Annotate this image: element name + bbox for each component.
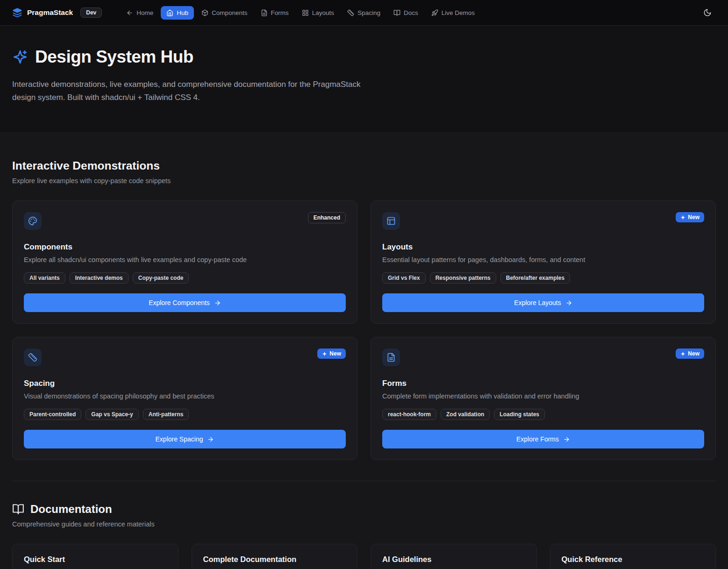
arrow-right-icon xyxy=(565,299,572,306)
ruler-icon xyxy=(347,9,354,16)
button-label: Explore Forms xyxy=(516,435,559,443)
layout-grid-icon xyxy=(302,9,309,16)
tag: Anti-patterns xyxy=(143,409,189,420)
layout-icon xyxy=(382,212,400,230)
palette-icon xyxy=(24,212,42,230)
main-content: Interactive Demonstrations Explore live … xyxy=(0,133,728,569)
button-label: Explore Components xyxy=(149,299,210,306)
doc-card-title: Quick Start xyxy=(24,555,167,564)
nav-item-docs[interactable]: Docs xyxy=(388,6,424,20)
nav-label: Docs xyxy=(404,9,418,16)
sparkle-icon xyxy=(680,351,685,356)
doc-card-quick-reference[interactable]: Quick Reference Cheat sheet for lookups xyxy=(550,544,716,569)
nav-item-home[interactable]: Home xyxy=(121,6,159,20)
moon-icon xyxy=(703,8,712,17)
tag: All variants xyxy=(24,272,65,284)
tag: Parent-controlled xyxy=(24,409,81,420)
doc-card-ai-guidelines[interactable]: AI Guidelines Rules for AI code generati… xyxy=(371,544,537,569)
tag: Gap vs Space-y xyxy=(86,409,138,420)
tag: Zod validation xyxy=(441,409,490,420)
arrow-right-icon xyxy=(563,436,570,443)
button-label: Explore Spacing xyxy=(156,435,203,443)
nav-label: Layouts xyxy=(312,9,334,16)
main-nav: Home Hub Components Forms Layouts xyxy=(121,6,480,20)
demos-title: Interactive Demonstrations xyxy=(12,159,716,172)
page-subtitle: Interactive demonstrations, live example… xyxy=(12,78,370,104)
badge-label: New xyxy=(688,214,699,220)
new-badge: New xyxy=(676,349,704,359)
demo-card-grid: Enhanced Components Explore all shadcn/u… xyxy=(12,200,716,460)
card-title: Components xyxy=(24,242,346,252)
brand-name: PragmaStack xyxy=(27,8,73,17)
docs-card-grid: Quick Start 5-minute crash course Comple… xyxy=(12,544,716,569)
file-text-icon xyxy=(382,349,400,366)
demos-subtitle: Explore live examples with copy-paste co… xyxy=(12,177,716,185)
explore-layouts-button[interactable]: Explore Layouts xyxy=(382,293,704,312)
demos-section: Interactive Demonstrations Explore live … xyxy=(12,133,716,460)
book-open-icon xyxy=(393,9,400,16)
sparkle-icon xyxy=(322,351,327,356)
tag: Loading states xyxy=(494,409,545,420)
arrow-left-icon xyxy=(126,9,133,16)
tag: react-hook-form xyxy=(382,409,436,420)
card-description: Explore all shadcn/ui components with li… xyxy=(24,256,346,263)
layers-logo-icon xyxy=(12,7,22,18)
new-badge: New xyxy=(676,212,704,222)
enhanced-badge: Enhanced xyxy=(308,212,346,223)
explore-spacing-button[interactable]: Explore Spacing xyxy=(24,430,346,448)
tag-row: Grid vs Flex Responsive patterns Before/… xyxy=(382,272,704,284)
nav-item-hub[interactable]: Hub xyxy=(161,6,194,20)
ruler-icon xyxy=(24,349,42,366)
brand[interactable]: PragmaStack xyxy=(12,7,73,18)
docs-title: Documentation xyxy=(30,503,112,516)
card-description: Complete form implementations with valid… xyxy=(382,392,704,400)
tag: Grid vs Flex xyxy=(382,272,426,284)
demo-card-layouts: New Layouts Essential layout patterns fo… xyxy=(371,200,716,324)
tag: Before/after examples xyxy=(500,272,570,284)
arrow-right-icon xyxy=(207,436,214,443)
box-icon xyxy=(201,9,208,16)
home-icon xyxy=(166,9,173,16)
doc-card-quick-start[interactable]: Quick Start 5-minute crash course xyxy=(12,544,178,569)
new-badge: New xyxy=(317,349,346,359)
explore-forms-button[interactable]: Explore Forms xyxy=(382,430,704,448)
card-title: Layouts xyxy=(382,242,704,252)
doc-card-complete-documentation[interactable]: Complete Documentation Full design syste… xyxy=(192,544,358,569)
file-text-icon xyxy=(261,9,268,16)
nav-label: Live Demos xyxy=(442,9,475,16)
docs-subtitle: Comprehensive guides and reference mater… xyxy=(12,520,716,528)
explore-components-button[interactable]: Explore Components xyxy=(24,293,346,312)
theme-toggle-button[interactable] xyxy=(699,4,716,21)
card-title: Forms xyxy=(382,379,704,388)
card-description: Essential layout patterns for pages, das… xyxy=(382,256,704,263)
page-title: Design System Hub xyxy=(35,47,193,67)
nav-item-live-demos[interactable]: Live Demos xyxy=(426,6,480,20)
env-badge: Dev xyxy=(80,7,102,18)
nav-item-layouts[interactable]: Layouts xyxy=(296,6,340,20)
card-title: Spacing xyxy=(24,379,346,388)
demo-card-forms: New Forms Complete form implementations … xyxy=(371,337,716,460)
demo-card-spacing: New Spacing Visual demonstrations of spa… xyxy=(12,337,357,460)
nav-item-forms[interactable]: Forms xyxy=(255,6,294,20)
hero-section: Design System Hub Interactive demonstrat… xyxy=(0,26,728,133)
nav-label: Forms xyxy=(271,9,289,16)
nav-label: Spacing xyxy=(357,9,380,16)
tag-row: Parent-controlled Gap vs Space-y Anti-pa… xyxy=(24,409,346,420)
sparkle-icon xyxy=(680,215,685,220)
button-label: Explore Layouts xyxy=(514,299,561,306)
tag: Copy-paste code xyxy=(133,272,189,284)
rocket-icon xyxy=(431,9,438,16)
nav-item-spacing[interactable]: Spacing xyxy=(342,6,386,20)
nav-label: Components xyxy=(212,9,248,16)
tag-row: All variants Interactive demos Copy-past… xyxy=(24,272,346,284)
badge-label: New xyxy=(688,350,699,357)
card-description: Visual demonstrations of spacing philoso… xyxy=(24,392,346,400)
tag: Responsive patterns xyxy=(430,272,496,284)
tag-row: react-hook-form Zod validation Loading s… xyxy=(382,409,704,420)
nav-label: Home xyxy=(136,9,153,16)
demo-card-components: Enhanced Components Explore all shadcn/u… xyxy=(12,200,357,324)
doc-card-title: Complete Documentation xyxy=(203,555,346,564)
documentation-section: Documentation Comprehensive guides and r… xyxy=(12,481,716,569)
nav-item-components[interactable]: Components xyxy=(196,6,253,20)
tag: Interactive demos xyxy=(70,272,128,284)
